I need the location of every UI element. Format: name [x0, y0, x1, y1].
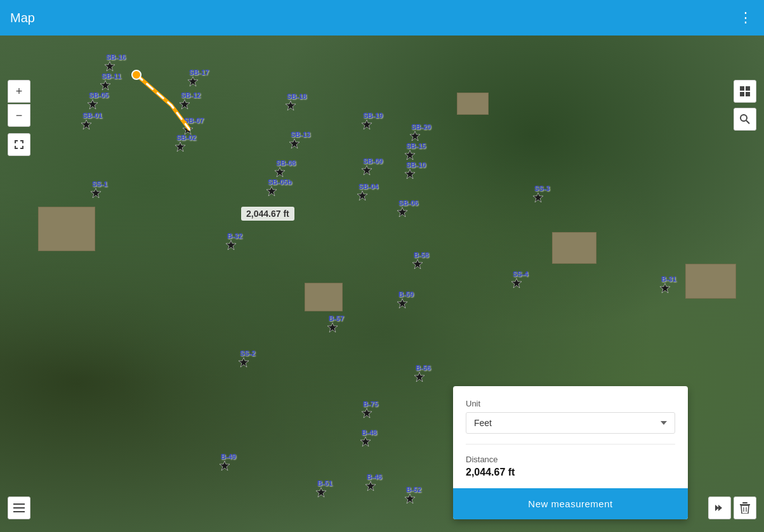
zoom-out-button[interactable]: − [8, 104, 30, 127]
forward-button[interactable] [708, 496, 731, 519]
marker-SB-01[interactable] [81, 120, 91, 130]
right-toolbar-bottom [708, 496, 756, 519]
map-label-SS-1: SS-1 [92, 180, 107, 188]
map-label-SB-18: SB-18 [287, 93, 306, 100]
marker-SB-08[interactable] [275, 167, 285, 178]
svg-marker-30 [414, 372, 425, 382]
svg-marker-3 [105, 62, 115, 71]
marker-SS-2[interactable] [239, 358, 249, 368]
map-label-SS-3: SS-3 [534, 185, 550, 192]
building [552, 232, 596, 264]
marker-SB-09[interactable] [362, 165, 372, 176]
map-label-B-31: B-31 [661, 275, 676, 283]
svg-marker-28 [397, 299, 407, 308]
svg-marker-15 [362, 120, 372, 129]
marker-SB-12[interactable] [180, 100, 190, 110]
map-label-SB-17: SB-17 [189, 68, 209, 76]
distance-label: Distance [466, 455, 675, 464]
marker-B-49[interactable] [220, 461, 230, 471]
marker-B-56[interactable] [414, 372, 425, 382]
marker-SB-05[interactable] [88, 100, 98, 110]
marker-B-46[interactable] [366, 481, 376, 491]
map-label-B-57: B-57 [329, 315, 344, 322]
layers-button[interactable] [734, 80, 756, 103]
svg-marker-34 [220, 461, 230, 470]
svg-marker-8 [180, 100, 190, 109]
marker-B-57[interactable] [327, 323, 338, 333]
marker-SS-4[interactable] [511, 278, 522, 289]
marker-SB-17[interactable] [188, 77, 198, 87]
svg-marker-19 [405, 150, 415, 160]
svg-marker-33 [360, 437, 371, 446]
marker-B-51[interactable] [316, 488, 326, 498]
svg-marker-7 [188, 77, 198, 86]
expand-button[interactable] [8, 133, 30, 156]
marker-SB-06[interactable] [397, 207, 407, 217]
marker-B-75[interactable] [362, 408, 372, 418]
svg-marker-13 [275, 167, 285, 177]
marker-B-31[interactable] [660, 283, 670, 294]
marker-SB-07[interactable] [183, 125, 193, 135]
map-label-SB-10: SB-10 [406, 161, 426, 169]
marker-B-52[interactable] [405, 494, 415, 504]
building [457, 93, 489, 115]
svg-marker-5 [88, 100, 98, 109]
building [305, 283, 343, 311]
svg-rect-48 [742, 502, 748, 503]
svg-marker-11 [286, 101, 296, 110]
marker-SS-1[interactable] [91, 188, 101, 198]
marker-SB-02[interactable] [175, 142, 185, 152]
map-label-SS-4: SS-4 [513, 270, 528, 278]
marker-SB-16[interactable] [105, 62, 115, 72]
marker-SB-11[interactable] [100, 81, 110, 91]
zoom-in-button[interactable]: + [8, 80, 30, 103]
map-label-B-56: B-56 [416, 364, 431, 372]
marker-SB-18[interactable] [286, 101, 296, 111]
svg-marker-31 [362, 408, 372, 418]
search-button[interactable] [734, 108, 756, 131]
delete-button[interactable] [734, 496, 756, 519]
svg-line-43 [746, 120, 749, 124]
marker-SB-15[interactable] [405, 150, 415, 160]
marker-B-58[interactable] [412, 259, 423, 269]
marker-B-32[interactable] [226, 240, 236, 250]
marker-SB-13[interactable] [289, 139, 300, 149]
svg-marker-21 [397, 207, 407, 217]
svg-rect-45 [13, 507, 25, 509]
svg-marker-27 [412, 259, 423, 269]
new-measurement-button[interactable]: New measurement [453, 488, 688, 519]
marker-B-59[interactable] [397, 299, 407, 309]
marker-SB-19[interactable] [362, 120, 372, 130]
svg-marker-32 [660, 283, 670, 293]
marker-B-48[interactable] [360, 437, 371, 447]
map-label-SS-2: SS-2 [240, 349, 255, 357]
map-distance-label: 2,044.67 ft [241, 207, 294, 221]
map-label-SB-06: SB-06 [398, 199, 418, 207]
map-label-B-48: B-48 [362, 429, 377, 436]
marker-SB-04[interactable] [357, 191, 367, 201]
menu-button[interactable] [8, 496, 30, 519]
map-label-B-59: B-59 [398, 290, 414, 298]
marker-SS-3[interactable] [533, 193, 543, 203]
header-menu-icon[interactable]: ⋮ [739, 10, 754, 26]
marker-SB-05b[interactable] [267, 186, 277, 197]
svg-marker-14 [267, 186, 277, 196]
map-label-B-58: B-58 [414, 251, 429, 259]
svg-marker-25 [511, 278, 522, 288]
svg-marker-26 [226, 240, 236, 250]
marker-SB-10[interactable] [405, 169, 415, 179]
svg-marker-10 [175, 142, 185, 152]
unit-select[interactable]: FeetMetersMilesKilometers [466, 412, 675, 434]
map-label-B-32: B-32 [227, 232, 242, 240]
map-label-SB-12: SB-12 [181, 91, 201, 99]
map-label-SB-01: SB-01 [82, 112, 102, 119]
map-container[interactable]: 2,044.67 ft SB-16 SB-11 SB-05 SB-01 SB-1… [0, 36, 764, 532]
bottom-left-toolbar [8, 496, 30, 519]
distance-value: 2,044.67 ft [466, 467, 675, 478]
map-label-SB-05: SB-05 [89, 91, 109, 99]
map-label-B-75: B-75 [363, 400, 378, 408]
marker-SB-20[interactable] [410, 131, 420, 141]
building [685, 264, 736, 299]
svg-marker-17 [357, 191, 367, 200]
svg-rect-44 [13, 503, 25, 505]
